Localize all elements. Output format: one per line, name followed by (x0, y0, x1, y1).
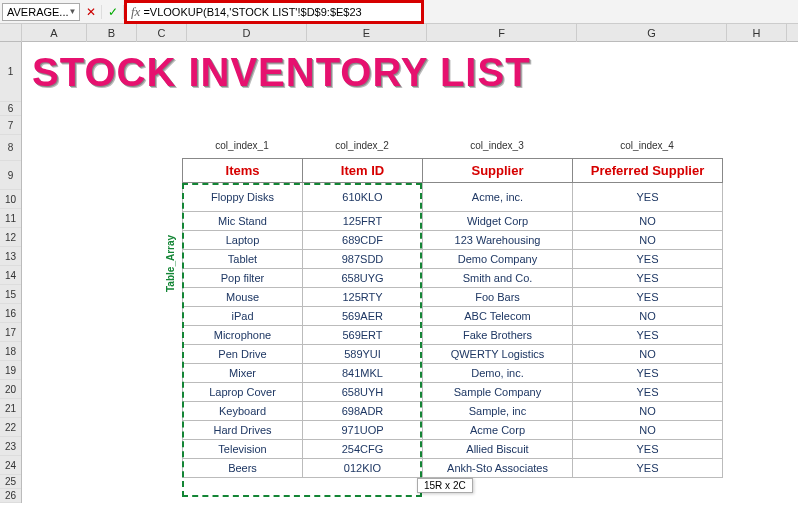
col-header[interactable]: D (187, 24, 307, 42)
cell-id[interactable]: 658UYG (303, 269, 423, 288)
cell-supplier[interactable]: Sample, inc (423, 402, 573, 421)
row-header[interactable]: 12 (0, 228, 21, 247)
row-header[interactable]: 11 (0, 209, 21, 228)
row-header[interactable]: 20 (0, 380, 21, 399)
col-header[interactable]: B (87, 24, 137, 42)
col-preferred[interactable]: Preferred Supplier (573, 159, 723, 183)
cell-supplier[interactable]: 123 Warehousing (423, 231, 573, 250)
cell-item[interactable]: Beers (183, 459, 303, 478)
cell-item[interactable]: Mixer (183, 364, 303, 383)
cell-id[interactable]: 569AER (303, 307, 423, 326)
cell-supplier[interactable]: Acme Corp (423, 421, 573, 440)
col-item-id[interactable]: Item ID (303, 159, 423, 183)
cell-supplier[interactable]: Widget Corp (423, 212, 573, 231)
cell-item[interactable]: Television (183, 440, 303, 459)
cell-item[interactable]: iPad (183, 307, 303, 326)
cell-pref[interactable]: YES (573, 326, 723, 345)
cell-supplier[interactable]: Allied Biscuit (423, 440, 573, 459)
cell-id[interactable]: 987SDD (303, 250, 423, 269)
cell-supplier[interactable]: Demo, inc. (423, 364, 573, 383)
cell-item[interactable]: Keyboard (183, 402, 303, 421)
cell-id[interactable]: 589YUI (303, 345, 423, 364)
cell-supplier[interactable]: Acme, inc. (423, 183, 573, 212)
cell-pref[interactable]: YES (573, 459, 723, 478)
row-header[interactable]: 26 (0, 489, 21, 503)
col-header[interactable]: A (22, 24, 87, 42)
col-header[interactable]: G (577, 24, 727, 42)
cell-supplier[interactable]: Demo Company (423, 250, 573, 269)
cell-supplier[interactable]: ABC Telecom (423, 307, 573, 326)
fx-icon[interactable]: fx (131, 4, 140, 20)
cell-id[interactable]: 254CFG (303, 440, 423, 459)
name-box[interactable]: AVERAGE... ▼ (2, 3, 80, 21)
cell-supplier[interactable]: Ankh-Sto Associates (423, 459, 573, 478)
cell-item[interactable]: Hard Drives (183, 421, 303, 440)
cell-supplier[interactable]: Sample Company (423, 383, 573, 402)
confirm-formula-button[interactable]: ✓ (102, 5, 124, 19)
cell-pref[interactable]: NO (573, 402, 723, 421)
cell-pref[interactable]: YES (573, 288, 723, 307)
cell-pref[interactable]: YES (573, 269, 723, 288)
row-header[interactable]: 9 (0, 161, 21, 190)
col-header[interactable]: F (427, 24, 577, 42)
row-header[interactable]: 7 (0, 116, 21, 135)
row-header[interactable]: 13 (0, 247, 21, 266)
row-header[interactable]: 18 (0, 342, 21, 361)
row-header[interactable]: 1 (0, 42, 21, 102)
col-header[interactable]: H (727, 24, 787, 42)
cell-pref[interactable]: YES (573, 250, 723, 269)
cancel-formula-button[interactable]: ✕ (80, 5, 102, 19)
cell-id[interactable]: 841MKL (303, 364, 423, 383)
cell-id[interactable]: 125FRT (303, 212, 423, 231)
chevron-down-icon[interactable]: ▼ (69, 7, 77, 16)
row-header[interactable]: 25 (0, 475, 21, 489)
cell-id[interactable]: 012KIO (303, 459, 423, 478)
col-items[interactable]: Items (183, 159, 303, 183)
cell-id[interactable]: 125RTY (303, 288, 423, 307)
col-supplier[interactable]: Supplier (423, 159, 573, 183)
col-header[interactable] (0, 24, 22, 42)
cell-pref[interactable]: YES (573, 440, 723, 459)
row-header[interactable]: 19 (0, 361, 21, 380)
cell-id[interactable]: 610KLO (303, 183, 423, 212)
col-header[interactable]: E (307, 24, 427, 42)
cell-pref[interactable]: NO (573, 212, 723, 231)
cell-supplier[interactable]: Foo Bars (423, 288, 573, 307)
cell-pref[interactable]: NO (573, 345, 723, 364)
row-header[interactable]: 22 (0, 418, 21, 437)
row-header[interactable]: 10 (0, 190, 21, 209)
cell-supplier[interactable]: Smith and Co. (423, 269, 573, 288)
cell-pref[interactable]: NO (573, 307, 723, 326)
cell-supplier[interactable]: QWERTY Logistics (423, 345, 573, 364)
row-header[interactable]: 17 (0, 323, 21, 342)
cell-item[interactable]: Mouse (183, 288, 303, 307)
cell-pref[interactable]: YES (573, 183, 723, 212)
row-header[interactable]: 8 (0, 135, 21, 161)
row-header[interactable]: 6 (0, 102, 21, 116)
sheet-content[interactable]: STOCK INVENTORY LIST col_index_1 col_ind… (22, 42, 798, 503)
cell-item[interactable]: Pen Drive (183, 345, 303, 364)
row-header[interactable]: 16 (0, 304, 21, 323)
cell-id[interactable]: 658UYH (303, 383, 423, 402)
cell-pref[interactable]: NO (573, 231, 723, 250)
cell-id[interactable]: 971UOP (303, 421, 423, 440)
cell-item[interactable]: Microphone (183, 326, 303, 345)
cell-id[interactable]: 689CDF (303, 231, 423, 250)
cell-id[interactable]: 698ADR (303, 402, 423, 421)
row-header[interactable]: 21 (0, 399, 21, 418)
col-header[interactable]: C (137, 24, 187, 42)
row-header[interactable]: 15 (0, 285, 21, 304)
row-header[interactable]: 14 (0, 266, 21, 285)
cell-item[interactable]: Floppy Disks (183, 183, 303, 212)
row-header[interactable]: 23 (0, 437, 21, 456)
cell-item[interactable]: Laprop Cover (183, 383, 303, 402)
cell-item[interactable]: Laptop (183, 231, 303, 250)
cell-id[interactable]: 569ERT (303, 326, 423, 345)
row-header[interactable]: 24 (0, 456, 21, 475)
cell-pref[interactable]: YES (573, 383, 723, 402)
cell-item[interactable]: Mic Stand (183, 212, 303, 231)
cell-supplier[interactable]: Fake Brothers (423, 326, 573, 345)
cell-item[interactable]: Pop filter (183, 269, 303, 288)
cell-item[interactable]: Tablet (183, 250, 303, 269)
formula-input[interactable] (143, 6, 383, 18)
